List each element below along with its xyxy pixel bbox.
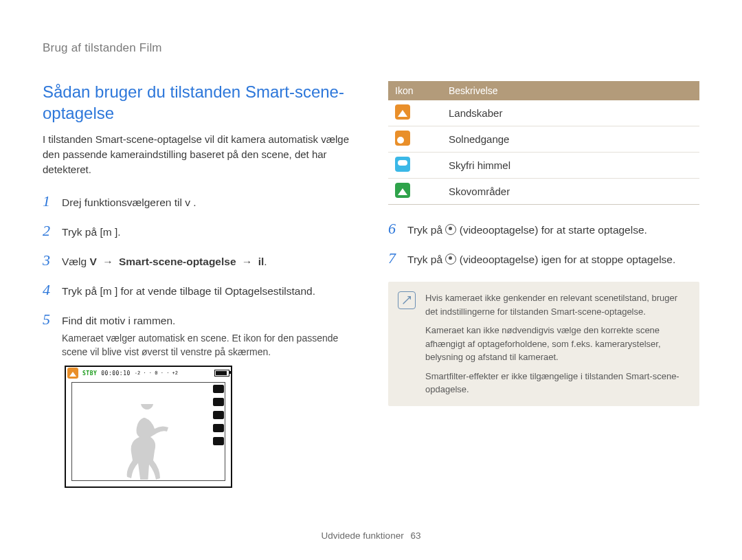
record-button-icon <box>445 254 456 265</box>
note-paragraph: Hvis kameraet ikke genkender en relevant… <box>425 291 688 318</box>
table-header-desc: Beskrivelse <box>442 81 699 100</box>
left-column: Sådan bruger du tilstanden Smart-scene-o… <box>43 81 354 488</box>
section-title: Sådan bruger du tilstanden Smart-scene-o… <box>43 81 354 124</box>
arrow-icon: → <box>239 256 256 267</box>
step7-after: (videooptagelse) igen for at stoppe opta… <box>456 254 675 265</box>
step-2: Tryk på [m ]. <box>43 219 354 242</box>
step-text: Tryk på [m ]. <box>62 224 354 240</box>
table-desc: Skovområder <box>442 179 699 205</box>
table-header-icon: Ikon <box>388 81 442 100</box>
two-column-layout: Sådan bruger du tilstanden Smart-scene-o… <box>43 81 699 488</box>
landscape-icon <box>395 104 410 120</box>
steps-list-right: Tryk på (videooptagelse) for at starte o… <box>388 217 699 269</box>
side-icon <box>213 411 224 419</box>
camera-topbar: STBY 00:00:10 -2 · · 0 · · +2 <box>67 368 229 378</box>
scene-mode-icon <box>67 368 78 379</box>
table-desc: Landskaber <box>442 100 699 126</box>
step-3: Vælg V → Smart-scene-optagelse → il. <box>43 249 354 271</box>
step-7: Tryk på (videooptagelse) igen for at sto… <box>388 247 699 269</box>
note-icon <box>398 291 416 309</box>
step3-prefix: Vælg <box>62 256 90 267</box>
silhouette-figure <box>121 404 176 480</box>
step-text: Find dit motiv i rammen. Kameraet vælger… <box>62 313 354 359</box>
step-text: Drej funktionsvælgeren til v . <box>62 194 354 210</box>
manual-page: Brug af tilstanden Film Sådan bruger du … <box>0 0 742 560</box>
sky-icon <box>395 157 410 172</box>
intro-paragraph: I tilstanden Smart-scene-optagelse vil d… <box>43 132 354 177</box>
table-desc: Skyfri himmel <box>442 153 699 179</box>
step6-after: (videooptagelse) for at starte optagelse… <box>456 224 647 236</box>
step-1: Drej funktionsvælgeren til v . <box>43 190 354 212</box>
footer-label: Udvidede funktioner <box>322 530 404 541</box>
arrow-icon: → <box>100 256 116 267</box>
table-desc: Solnedgange <box>442 126 699 153</box>
side-icon <box>213 398 224 406</box>
table-row: Landskaber <box>388 100 699 126</box>
timecode: 00:00:10 <box>101 370 131 377</box>
step-text: Vælg V → Smart-scene-optagelse → il. <box>62 254 354 269</box>
step-text: Tryk på (videooptagelse) for at starte o… <box>407 222 699 238</box>
note-paragraph: Smartfilter-effekter er ikke tilgængelig… <box>425 370 688 396</box>
camera-preview: STBY 00:00:10 -2 · · 0 · · +2 <box>65 366 232 488</box>
table-row: Skyfri himmel <box>388 153 699 179</box>
page-footer: Udvidede funktioner 63 <box>0 530 742 541</box>
step5-main: Find dit motiv i rammen. <box>62 315 175 326</box>
note-box: Hvis kameraet ikke genkender en relevant… <box>388 282 699 406</box>
forest-icon <box>395 183 410 198</box>
table-row: Skovområder <box>388 179 699 205</box>
note-paragraph: Kameraet kan ikke nødvendigvis vælge den… <box>425 324 688 364</box>
side-icon <box>213 385 224 393</box>
step-6: Tryk på (videooptagelse) for at starte o… <box>388 217 699 240</box>
step5-sub: Kameraet vælger automatisk en scene. Et … <box>62 331 354 359</box>
right-column: Ikon Beskrivelse Landskaber Solnedgange <box>388 81 699 488</box>
sunset-icon <box>395 131 410 146</box>
step-4: Tryk på [m ] for at vende tilbage til Op… <box>43 278 354 301</box>
side-icon <box>213 437 224 445</box>
step3-end: il <box>258 256 265 267</box>
battery-icon <box>214 370 229 377</box>
step3-v: V <box>90 256 97 267</box>
standby-label: STBY <box>82 370 97 377</box>
page-number: 63 <box>410 530 420 541</box>
record-button-icon <box>445 224 456 235</box>
ev-scale: -2 · · 0 · · +2 <box>135 370 178 376</box>
step7-before: Tryk på <box>407 254 445 265</box>
step6-before: Tryk på <box>407 224 445 236</box>
breadcrumb: Brug af tilstanden Film <box>43 41 699 55</box>
table-row: Solnedgange <box>388 126 699 153</box>
camera-side-icons <box>213 385 224 445</box>
icon-description-table: Ikon Beskrivelse Landskaber Solnedgange <box>388 81 699 205</box>
steps-list-left: Drej funktionsvælgeren til v . Tryk på [… <box>43 190 354 359</box>
step-text: Tryk på (videooptagelse) igen for at sto… <box>407 251 699 267</box>
step-text: Tryk på [m ] for at vende tilbage til Op… <box>62 283 354 299</box>
step-5: Find dit motiv i rammen. Kameraet vælger… <box>43 308 354 359</box>
side-icon <box>213 424 224 432</box>
step3-mid: Smart-scene-optagelse <box>119 256 236 267</box>
